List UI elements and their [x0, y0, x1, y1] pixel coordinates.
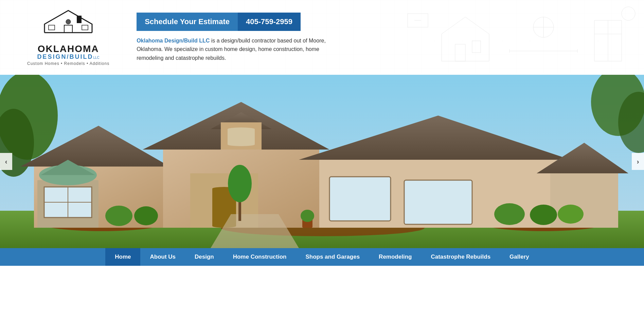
- svg-point-56: [558, 205, 584, 224]
- nav-item-remodeling[interactable]: Remodeling: [369, 248, 421, 266]
- svg-rect-37: [228, 127, 255, 146]
- svg-point-61: [301, 210, 314, 222]
- nav-item-shops-and-garages[interactable]: Shops and Garages: [296, 248, 369, 266]
- svg-rect-50: [329, 177, 391, 221]
- logo-icon: [41, 9, 95, 43]
- svg-point-52: [105, 206, 132, 226]
- hero-slider: ‹ ›: [0, 75, 644, 248]
- svg-rect-3: [472, 41, 481, 53]
- svg-rect-2: [455, 44, 465, 61]
- nav-item-home[interactable]: Home: [105, 248, 140, 266]
- main-navigation: HomeAbout UsDesignHome ConstructionShops…: [0, 248, 644, 266]
- header: OKLAHOMA DESIGN / BUILD LLC Custom Homes…: [0, 0, 644, 75]
- svg-rect-17: [77, 16, 82, 23]
- hero-image: [0, 75, 644, 248]
- svg-rect-20: [82, 25, 88, 30]
- header-right: Schedule Your Estimate 405-759-2959 Okla…: [137, 13, 327, 63]
- logo-design: DESIGN: [37, 54, 67, 60]
- header-description: Oklahoma Design/Build LLC is a design/bu…: [137, 36, 327, 63]
- nav-item-about-us[interactable]: About Us: [140, 248, 185, 266]
- nav-item-design[interactable]: Design: [185, 248, 223, 266]
- svg-point-59: [228, 165, 252, 202]
- svg-point-4: [533, 17, 554, 37]
- logo-build: BUILD: [69, 54, 93, 60]
- svg-rect-14: [408, 14, 428, 27]
- schedule-estimate-button[interactable]: Schedule Your Estimate: [137, 13, 238, 31]
- logo-llc: LLC: [93, 56, 99, 59]
- company-name-bold: Oklahoma Design/Build LLC: [137, 38, 210, 44]
- slider-next-button[interactable]: ›: [632, 153, 644, 170]
- svg-point-13: [622, 7, 635, 20]
- logo-name: OKLAHOMA: [27, 44, 109, 54]
- logo-tagline: Custom Homes • Remodels • Additions: [27, 61, 109, 66]
- slider-prev-button[interactable]: ‹: [0, 153, 12, 170]
- phone-button[interactable]: 405-759-2959: [238, 13, 301, 31]
- logo-text: OKLAHOMA DESIGN / BUILD LLC Custom Homes…: [27, 44, 109, 66]
- svg-rect-10: [594, 20, 622, 61]
- svg-point-54: [494, 203, 525, 225]
- svg-point-21: [66, 19, 71, 24]
- svg-point-55: [530, 205, 557, 225]
- svg-rect-18: [64, 25, 72, 33]
- svg-point-53: [134, 206, 158, 225]
- svg-rect-19: [49, 25, 55, 30]
- nav-item-gallery[interactable]: Gallery: [500, 248, 539, 266]
- nav-item-catastrophe-rebuilds[interactable]: Catastrophe Rebuilds: [421, 248, 500, 266]
- logo: OKLAHOMA DESIGN / BUILD LLC Custom Homes…: [27, 9, 109, 66]
- logo-slash: /: [67, 54, 69, 60]
- footer-section: [0, 266, 644, 276]
- nav-item-home-construction[interactable]: Home Construction: [223, 248, 296, 266]
- cta-bar: Schedule Your Estimate 405-759-2959: [137, 13, 327, 31]
- svg-rect-51: [404, 180, 472, 224]
